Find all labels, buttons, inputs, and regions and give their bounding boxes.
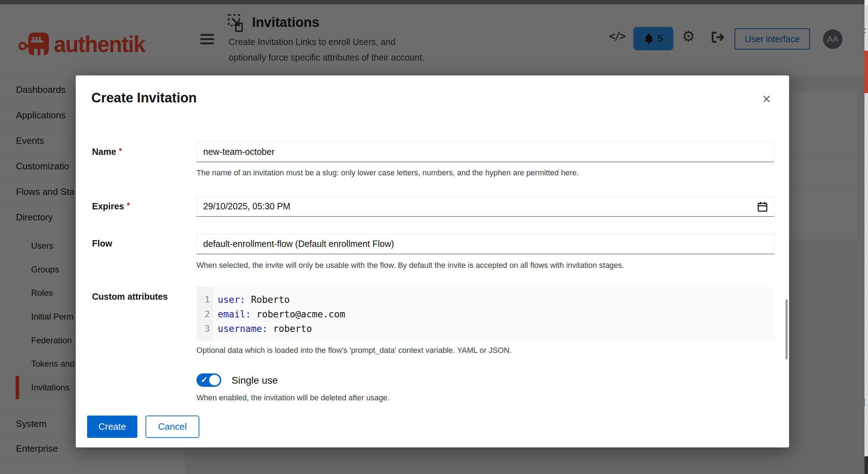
edge-text-fragment: t bbox=[864, 237, 868, 249]
custom-attributes-code-editor[interactable]: 1 user: Roberto 2 email: roberto@acme.co… bbox=[196, 287, 774, 341]
cancel-button[interactable]: Cancel bbox=[145, 416, 199, 438]
create-invitation-modal: Create Invitation ✕ Name* The name of an… bbox=[76, 75, 789, 447]
close-icon[interactable]: ✕ bbox=[762, 92, 771, 106]
custom-attributes-label: Custom attributes bbox=[92, 292, 168, 302]
name-label: Name* bbox=[92, 146, 122, 157]
code-line: 1 user: Roberto bbox=[196, 292, 774, 307]
toggle-knob bbox=[209, 375, 220, 385]
edge-text-fragment: F bbox=[864, 26, 868, 38]
screen-edge-sliver: F i t d s bbox=[864, 0, 868, 474]
flow-help-text: When selected, the invite will only be u… bbox=[196, 261, 624, 270]
edge-text-fragment: d bbox=[864, 397, 868, 409]
scrollbar-corner bbox=[864, 0, 868, 5]
flow-select[interactable] bbox=[196, 234, 774, 254]
custom-attributes-help-text: Optional data which is loaded into the f… bbox=[196, 346, 512, 355]
modal-scrollbar-thumb[interactable] bbox=[786, 299, 788, 360]
modal-title: Create Invitation bbox=[91, 90, 197, 106]
check-icon: ✓ bbox=[201, 375, 208, 385]
expires-datetime-input[interactable] bbox=[196, 196, 774, 217]
edge-red-block bbox=[864, 51, 868, 93]
flow-label: Flow bbox=[92, 238, 112, 249]
single-use-toggle[interactable]: ✓ bbox=[196, 373, 221, 387]
code-line: 2 email: roberto@acme.com bbox=[196, 307, 774, 321]
single-use-help-text: When enabled, the invitation will be del… bbox=[196, 393, 389, 402]
calendar-icon[interactable] bbox=[758, 202, 767, 212]
code-line: 3 username: roberto bbox=[196, 321, 774, 336]
single-use-label: Single use bbox=[232, 375, 278, 386]
name-help-text: The name of an invitation must be a slug… bbox=[196, 168, 579, 177]
create-button[interactable]: Create bbox=[87, 416, 137, 438]
expires-label: Expires* bbox=[92, 201, 130, 211]
required-asterisk: * bbox=[119, 146, 122, 155]
edge-text-fragment: i bbox=[864, 94, 868, 106]
edge-text-fragment: s bbox=[864, 414, 868, 426]
edge-dark-block bbox=[864, 456, 868, 474]
name-input[interactable] bbox=[196, 142, 774, 162]
required-asterisk: * bbox=[127, 201, 130, 210]
